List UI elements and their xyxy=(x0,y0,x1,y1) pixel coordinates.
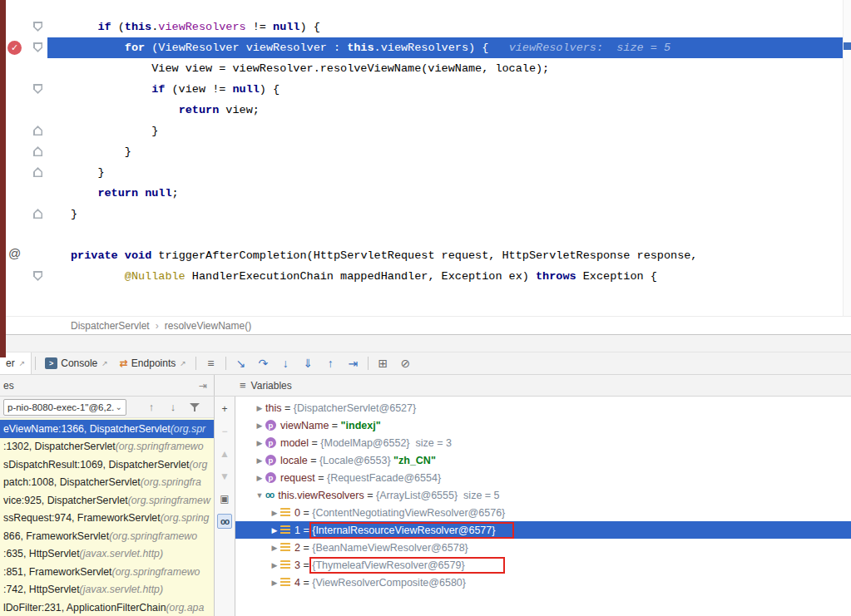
variable-row[interactable]: ▶pviewName = "indexj" xyxy=(235,416,851,434)
frame-row[interactable]: patch:1008, DispatcherServlet (org.sprin… xyxy=(0,474,214,492)
move-watch-down-button[interactable]: ▼ xyxy=(217,469,232,484)
fold-marker-icon[interactable] xyxy=(33,167,42,177)
parameter-icon: p xyxy=(265,437,276,448)
variable-row[interactable]: ▼oothis.viewResolvers = {ArrayList@6555}… xyxy=(235,486,851,504)
duplicate-watch-button[interactable]: ▣ xyxy=(217,491,232,506)
variable-name: 4 xyxy=(294,577,300,589)
variable-row[interactable]: ▶4 = {ViewResolverComposite@6580} xyxy=(235,574,851,591)
frame-package: (org xyxy=(190,459,208,471)
force-step-into-icon[interactable]: ⇓ xyxy=(297,354,319,372)
fold-marker-icon[interactable] xyxy=(33,146,42,156)
thread-selector[interactable]: p-nio-8080-exec-1"@6,2... ⌄ xyxy=(3,399,126,416)
fold-marker-icon[interactable] xyxy=(33,84,42,94)
add-watch-button[interactable]: + xyxy=(217,402,232,416)
frame-location: patch:1008, DispatcherServlet xyxy=(3,476,141,488)
tab-arrow-icon: ↗ xyxy=(19,359,26,367)
prev-frame-button[interactable]: ↑ xyxy=(141,399,161,416)
show-execution-point-icon[interactable]: ↘ xyxy=(230,354,252,372)
chevron-right-icon[interactable]: ▶ xyxy=(269,544,280,552)
chevron-right-icon[interactable]: ▶ xyxy=(269,579,280,587)
variable-row[interactable]: ▶0 = {ContentNegotiatingViewResolver@657… xyxy=(235,504,851,521)
fold-marker-icon[interactable] xyxy=(33,22,42,32)
next-frame-button[interactable]: ↓ xyxy=(163,399,183,416)
frame-row[interactable]: ssRequest:974, FrameworkServlet (org.spr… xyxy=(0,510,214,528)
thread-row: p-nio-8080-exec-1"@6,2... ⌄ ↑ ↓ xyxy=(0,397,214,418)
frame-row[interactable]: vice:925, DispatcherServlet (org.springf… xyxy=(0,491,214,510)
variable-name: model xyxy=(280,437,309,449)
mute-breakpoints-icon[interactable]: ⊘ xyxy=(394,354,417,372)
toolbar-separator xyxy=(368,357,369,370)
fold-marker-icon[interactable] xyxy=(33,271,42,281)
variable-size-hint: size = 3 xyxy=(413,437,452,449)
frame-row[interactable]: lDoFilter:231, ApplicationFilterChain (o… xyxy=(0,599,214,616)
step-over-icon[interactable]: ↷ xyxy=(252,354,275,372)
remove-watch-button[interactable]: − xyxy=(217,424,232,439)
frame-row[interactable]: :1302, DispatcherServlet (org.springfram… xyxy=(0,438,214,456)
hide-panel-icon[interactable]: ⇥ xyxy=(199,380,207,392)
code-line: } xyxy=(71,141,844,162)
frame-package: (org.spring xyxy=(161,512,210,524)
frame-package: (org.apa xyxy=(166,602,204,614)
variable-row[interactable]: ▶3 = {ThymeleafViewResolver@6579} xyxy=(235,556,851,574)
toolbar-separator xyxy=(225,357,226,370)
variable-value: {BeanNameViewResolver@6578} xyxy=(312,542,468,554)
frame-package: (org.springframewo xyxy=(109,530,197,542)
frame-location: ssRequest:974, FrameworkServlet xyxy=(3,512,161,524)
breadcrumb-item[interactable]: resolveViewName() xyxy=(165,320,251,332)
frame-row[interactable]: eViewName:1366, DispatcherServlet (org.s… xyxy=(0,420,214,438)
frame-location: :742, HttpServlet xyxy=(3,584,80,595)
code-area[interactable]: if (this.viewResolvers != null) { for (V… xyxy=(71,0,844,287)
chevron-right-icon[interactable]: ▶ xyxy=(269,526,280,535)
step-into-icon[interactable]: ↓ xyxy=(275,354,297,372)
chevron-right-icon[interactable]: ▶ xyxy=(254,421,265,430)
view-breakpoints-icon[interactable]: ⊞ xyxy=(372,354,394,372)
chevron-down-icon[interactable]: ▼ xyxy=(254,491,265,500)
fold-marker-icon[interactable] xyxy=(33,209,42,219)
chevron-right-icon[interactable]: ▶ xyxy=(254,404,265,412)
variable-row[interactable]: ▶prequest = {RequestFacade@6554} xyxy=(235,469,851,486)
fold-marker-icon[interactable] xyxy=(33,126,42,136)
frame-row[interactable]: :635, HttpServlet (javax.servlet.http) xyxy=(0,545,214,564)
breadcrumb-item[interactable]: DispatcherServlet xyxy=(71,320,150,332)
chevron-right-icon[interactable]: ▶ xyxy=(269,561,280,569)
frame-row[interactable]: :742, HttpServlet (javax.servlet.http) xyxy=(0,581,214,599)
frames-tab-label[interactable]: es xyxy=(3,380,14,392)
variable-row[interactable]: ▶plocale = {Locale@6553} "zh_CN" xyxy=(235,451,851,469)
left-edge-strip xyxy=(0,0,6,357)
frame-row[interactable]: sDispatchResult:1069, DispatcherServlet … xyxy=(0,456,214,474)
frames-panel-header: es ⇥ xyxy=(0,375,215,396)
menu-icon[interactable]: ≡ xyxy=(240,379,246,392)
restore-layout-icon[interactable]: ≡ xyxy=(200,354,222,372)
tab-endpoints[interactable]: ⇄ Endpoints ↗ xyxy=(114,352,192,374)
editor[interactable]: ✓ @ if (this.viewResolvers != null) { fo… xyxy=(0,0,851,316)
breakpoint-icon[interactable]: ✓ xyxy=(7,41,22,55)
variable-row[interactable]: ▶pmodel = {ModelMap@6552} size = 3 xyxy=(235,434,851,451)
variables-panel-header: ≡ Variables xyxy=(215,375,851,396)
variable-size-hint: size = 5 xyxy=(461,490,500,501)
fold-marker-icon[interactable] xyxy=(33,42,42,52)
chevron-right-icon[interactable]: ▶ xyxy=(254,439,265,447)
tab-console[interactable]: > Console ↗ xyxy=(39,352,114,374)
frame-row[interactable]: 866, FrameworkServlet (org.springframewo xyxy=(0,527,214,545)
variable-row[interactable]: ▶1 = {InternalResourceViewResolver@6577} xyxy=(235,521,851,539)
frame-package: (org.springframewo xyxy=(116,441,204,452)
filter-frames-button[interactable] xyxy=(185,399,205,416)
variable-row[interactable]: ▶this = {DispatcherServlet@6527} xyxy=(235,399,851,416)
equals-sign: = xyxy=(315,472,327,484)
debug-panels: p-nio-8080-exec-1"@6,2... ⌄ ↑ ↓ eViewNam… xyxy=(0,397,851,616)
move-watch-up-button[interactable]: ▲ xyxy=(217,446,232,461)
variable-name: this.viewResolvers xyxy=(278,490,364,501)
chevron-right-icon[interactable]: ▶ xyxy=(254,474,265,482)
frame-row[interactable]: :851, FrameworkServlet (org.springframew… xyxy=(0,563,214,581)
frame-location: 866, FrameworkServlet xyxy=(3,530,109,542)
run-to-cursor-icon[interactable]: ⇥ xyxy=(342,354,364,372)
show-watches-toggle[interactable]: oo xyxy=(217,514,232,529)
chevron-right-icon[interactable]: ▶ xyxy=(254,456,265,465)
step-out-icon[interactable]: ↑ xyxy=(319,354,342,372)
editor-scrollbar[interactable] xyxy=(843,0,851,316)
variable-row[interactable]: ▶2 = {BeanNameViewResolver@6578} xyxy=(235,539,851,556)
variable-value: {DispatcherServlet@6527} xyxy=(294,402,417,414)
variables-title: Variables xyxy=(251,380,292,392)
breadcrumb-separator: › xyxy=(156,320,159,332)
chevron-right-icon[interactable]: ▶ xyxy=(269,509,280,517)
